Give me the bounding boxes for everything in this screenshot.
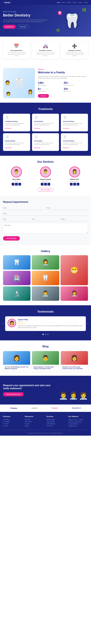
footer-link-p3[interactable]: For Clinics <box>3 423 23 424</box>
footer-practices: Practices For Patients For Dentists For … <box>3 416 23 427</box>
treatment-text-5: Lorem ipsum is simply dummy text of the … <box>34 142 57 145</box>
nav-services[interactable]: Services <box>67 2 71 3</box>
treatment-title-3: General Dentistry <box>63 121 86 122</box>
dentist-role-2: Oral Surgeon <box>32 180 59 182</box>
dentists-section: Our Dentists 👨‍⚕️ Darry Miller Dentist f… <box>0 156 91 196</box>
footer-link-r3[interactable]: Security <box>25 423 45 424</box>
blog-card-3[interactable]: 👩 Maximize Your 100% Dental Insurance wi… <box>61 351 88 371</box>
blog-title-3: Maximize Your 100% Dental Insurance with… <box>62 366 86 370</box>
footer-link-r1[interactable]: Blog Posts <box>25 419 45 420</box>
footer-link-s4[interactable]: Root Canal <box>47 425 66 426</box>
feature-icon-1: 📅 <box>6 44 28 48</box>
prev-arrow[interactable]: ‹ <box>3 322 4 325</box>
gallery-row-2: 🔬 👨‍⚕️ 👩‍⚕️ <box>3 286 88 301</box>
nav-gallery[interactable]: Gallery <box>78 2 82 3</box>
feature-icon-2: 🚑 <box>34 44 56 48</box>
social-fb-3[interactable]: f <box>70 183 73 186</box>
read-more-5[interactable]: Read More <box>34 147 40 148</box>
social-tw-3[interactable]: t <box>73 183 76 186</box>
hero-buttons: Appointment Learn More <box>3 25 47 29</box>
blog-img-3: 👩 <box>61 351 88 365</box>
gallery-item-3[interactable]: 😁 <box>60 255 88 285</box>
welcome-title: Welcome to a Family <box>38 71 88 74</box>
nav-about[interactable]: About <box>62 2 65 3</box>
welcome-content: About Us Welcome to a Family Welcome to … <box>38 68 88 98</box>
treatment-icon-6: 🦷 <box>63 135 86 139</box>
social-tw-2[interactable]: t <box>44 183 47 186</box>
read-more-6[interactable]: Read More <box>63 147 69 148</box>
blog-section: Blog 👩 Are Your Teeth Making You Old? Yo… <box>0 340 91 376</box>
blog-img-2: 👨 <box>32 351 59 365</box>
next-arrow[interactable]: › <box>87 322 88 325</box>
gallery-item-4[interactable]: 🏥 <box>3 271 31 285</box>
appointment-title: Request Appointment <box>3 201 88 204</box>
message-input[interactable] <box>3 223 88 234</box>
stat-4: 24+ Awards Won <box>64 88 88 92</box>
date-input[interactable] <box>3 217 30 221</box>
footer-link-p2[interactable]: For Dentists <box>3 421 23 422</box>
social-in-1[interactable]: in <box>18 183 21 186</box>
social-tw-1[interactable]: t <box>15 183 18 186</box>
social-fb-1[interactable]: f <box>12 183 14 186</box>
features-section: 📅 Easy Appointment Lorem ipsum dolor sit… <box>0 36 91 63</box>
social-fb-2[interactable]: f <box>41 183 44 186</box>
learn-more-button[interactable]: Learn More <box>17 25 29 29</box>
footer-link-s2[interactable]: Teeth Cleaning <box>47 421 66 422</box>
blog-body-2: Dental Implants: The Most Best Thing to … <box>32 365 59 371</box>
cta-button[interactable]: Request Appointment <box>3 392 24 396</box>
nav-contact[interactable]: Contact <box>84 2 88 3</box>
partners-row: ⚕Donto axxelia Fextrot Dataffinch <box>3 407 88 409</box>
doctor-input[interactable] <box>61 217 88 221</box>
gallery-item-6[interactable]: 🔬 <box>3 286 31 301</box>
appointment-button[interactable]: Appointment <box>3 25 16 29</box>
footer-link-p1[interactable]: For Patients <box>3 419 23 420</box>
nav-home[interactable]: Home <box>57 2 60 3</box>
social-in-3[interactable]: in <box>77 183 79 186</box>
footer-services: Services Dental Implants Teeth Cleaning … <box>47 416 66 427</box>
test-text: Their work is outstanding and profession… <box>18 325 83 328</box>
dentist-socials-1: f t in <box>3 183 30 186</box>
footer-address-text: Village St. Bours, NY 43543 New York, Un… <box>68 419 88 427</box>
read-more-1[interactable]: Read More <box>5 128 11 129</box>
blog-title-2: Dental Implants: The Most Best Thing to … <box>34 366 58 370</box>
footer: Practices For Patients For Dentists For … <box>0 412 91 436</box>
gallery-item-5[interactable]: 🦷 <box>32 271 59 285</box>
phone-input[interactable] <box>46 206 88 210</box>
social-in-2[interactable]: in <box>47 183 50 186</box>
dot-3[interactable] <box>47 334 49 335</box>
gallery-item-1[interactable]: 🦷 <box>3 255 31 270</box>
blog-card-1[interactable]: 👩 Are Your Teeth Making You Old? You Mig… <box>3 351 30 371</box>
test-role: Patient <box>18 320 83 322</box>
view-all-dentists-button[interactable]: View All Dentists <box>38 188 53 192</box>
dot-2[interactable] <box>45 334 46 335</box>
treatment-text-1: Lorem ipsum is simply dummy text of the … <box>5 123 28 126</box>
send-message-button[interactable]: Send Message <box>3 236 20 240</box>
footer-link-s3[interactable]: Teeth Whitening <box>47 423 66 424</box>
gallery-item-2[interactable]: 👩‍⚕️ <box>32 255 59 270</box>
dot-1[interactable] <box>42 334 44 335</box>
footer-link-p4[interactable]: For Labs <box>3 425 23 426</box>
form-row-1 <box>3 206 88 210</box>
about-button[interactable]: About Us <box>38 94 49 98</box>
blog-card-2[interactable]: 👨 Dental Implants: The Most Best Thing t… <box>32 351 59 371</box>
footer-link-r2[interactable]: How It Works <box>25 421 45 422</box>
feature-text-1: Lorem ipsum dolor sit amet consectetur a… <box>6 52 28 56</box>
time-input[interactable] <box>32 217 59 221</box>
read-more-4[interactable]: Read More <box>5 147 11 148</box>
read-more-2[interactable]: Read More <box>34 128 40 129</box>
stat-1: 140+ Happy Patients <box>38 81 62 86</box>
footer-link-r4[interactable]: Pricing <box>25 425 45 426</box>
treatment-title-5: Oral Surgery <box>34 140 57 142</box>
name-input[interactable] <box>3 206 45 210</box>
email-input[interactable] <box>3 212 88 216</box>
welcome-tag: About Us <box>38 68 88 70</box>
dentist-avatar-2: 👨‍⚕️ <box>40 166 51 177</box>
read-more-3[interactable]: Read More <box>63 128 69 129</box>
footer-link-s1[interactable]: Dental Implants <box>47 419 66 420</box>
gallery-item-8[interactable]: 👩‍⚕️ <box>60 286 88 301</box>
gallery-item-7[interactable]: 👨‍⚕️ <box>32 286 59 301</box>
footer-address: Our Address Village St. Bours, NY 43543 … <box>68 416 88 427</box>
hero-subtitle: Better Life Through <box>3 11 47 12</box>
partners-section: ⚕Donto axxelia Fextrot Dataffinch <box>0 404 91 412</box>
nav-doctors[interactable]: Doctors <box>73 2 77 3</box>
